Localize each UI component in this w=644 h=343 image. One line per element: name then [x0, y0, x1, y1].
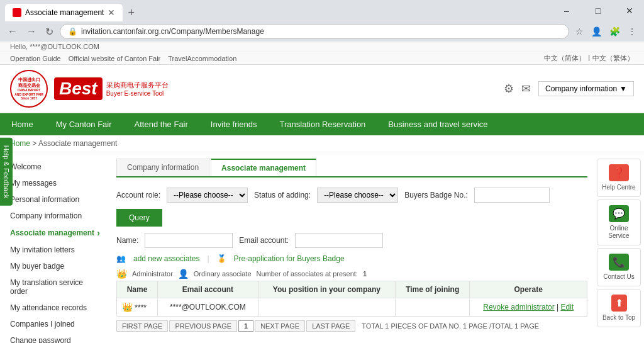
- status-select[interactable]: --Please choose--: [317, 188, 398, 203]
- more-icon[interactable]: ⋮: [625, 25, 639, 38]
- url-bar[interactable]: 🔒 invitation.cantonfair.org.cn/Company/M…: [60, 24, 569, 39]
- row-time: [396, 298, 470, 317]
- sidebar-item-change-pw[interactable]: Change password: [5, 332, 105, 343]
- nav-my-canton-fair[interactable]: My Canton Fair: [45, 113, 123, 135]
- last-page-btn[interactable]: LAST PAGE: [306, 320, 355, 332]
- extensions-icon[interactable]: 🧩: [607, 25, 623, 38]
- table-row: 👑 **** ****@OUTLOOK.COM Revoke administr…: [117, 298, 587, 317]
- operation-guide-link[interactable]: Operation Guide: [10, 55, 61, 62]
- bookmark-icon[interactable]: ☆: [573, 25, 586, 38]
- sidebar-label-attendance: My attendance records: [10, 303, 87, 312]
- travel-link[interactable]: TravelAccommodation: [168, 55, 236, 62]
- actions-separator: |: [207, 254, 209, 263]
- ordinary-label: Ordinary associate: [194, 270, 252, 278]
- col-position: You position in your company: [258, 281, 395, 298]
- minimize-button[interactable]: –: [552, 2, 581, 20]
- left-sidebar: Welcome My messages Personal information…: [0, 159, 110, 343]
- associate-count: 1: [363, 270, 367, 278]
- feedback-tab[interactable]: Help & Feedback: [0, 137, 13, 205]
- next-page-btn[interactable]: NEXT PAGE: [255, 320, 305, 332]
- back-to-top-btn[interactable]: ⬆ Back to Top: [597, 289, 641, 327]
- help-centre-btn[interactable]: ❓ Help Centre: [597, 159, 641, 197]
- nav-business-travel[interactable]: Business and travel service: [377, 113, 499, 135]
- refresh-button[interactable]: ↻: [43, 25, 56, 39]
- close-button[interactable]: ✕: [615, 2, 644, 20]
- lang-traditional-link[interactable]: 中文（繁体）: [592, 53, 634, 63]
- logo-cn-text: 中国进出口 商品交易会 CHINA IMPORT AND EXPORT FAIR…: [14, 77, 44, 101]
- contact-us-btn[interactable]: 📞 Contact Us: [597, 248, 641, 286]
- name-input[interactable]: [145, 233, 233, 248]
- current-page-btn[interactable]: 1: [238, 320, 253, 332]
- browser-tab[interactable]: Associate management ✕: [5, 4, 123, 21]
- add-associates-icon: 👥: [116, 254, 126, 263]
- mail-icon[interactable]: ✉: [521, 82, 531, 96]
- sidebar-label-invitation: My invitation letters: [10, 245, 75, 254]
- add-associates-link[interactable]: add new associates: [133, 254, 199, 263]
- row-email: ****@OUTLOOK.COM: [157, 298, 258, 317]
- sidebar-item-associate[interactable]: Associate management ›: [5, 224, 105, 242]
- back-button[interactable]: ←: [5, 25, 20, 38]
- sidebar-label-messages: My messages: [10, 179, 57, 188]
- prev-page-btn[interactable]: PREVIOUS PAGE: [169, 320, 237, 332]
- row-operate: Revoke administrator | Edit: [470, 298, 587, 317]
- lang-simplified-link[interactable]: 中文（简体）: [544, 53, 586, 63]
- settings-icon[interactable]: ⚙: [504, 82, 514, 96]
- sidebar-arrow-icon: ›: [97, 228, 100, 238]
- badge-input[interactable]: [474, 188, 550, 203]
- new-tab-button[interactable]: +: [123, 5, 140, 21]
- maximize-button[interactable]: □: [584, 2, 613, 20]
- tab-favicon: [13, 8, 21, 17]
- tab-company-info[interactable]: Company information: [116, 159, 209, 176]
- admin-label: Administrator: [132, 270, 173, 278]
- pre-application-link[interactable]: Pre-application for Buyers Badge: [234, 254, 345, 263]
- sidebar-item-buyer-badge[interactable]: My buyer badge: [5, 258, 105, 274]
- help-icon: ❓: [609, 164, 629, 181]
- sidebar-item-translation[interactable]: My translation service order: [5, 274, 105, 300]
- tab-bar: Company information Associate management: [116, 159, 587, 177]
- online-service-icon: 💬: [609, 205, 629, 222]
- revoke-admin-link[interactable]: Revoke administrator: [483, 303, 554, 312]
- edit-link[interactable]: Edit: [560, 303, 574, 312]
- sidebar-item-companies[interactable]: Companies I joined: [5, 316, 105, 332]
- content-area: Company information Associate management…: [110, 159, 594, 343]
- sidebar-item-personal[interactable]: Personal information: [5, 191, 105, 208]
- site-logo: 中国进出口 商品交易会 CHINA IMPORT AND EXPORT FAIR…: [10, 70, 169, 108]
- breadcrumb-home[interactable]: Home: [10, 139, 30, 148]
- legend-row: 👑 Administrator 👤 Ordinary associate Num…: [116, 267, 587, 281]
- first-page-btn[interactable]: FIRST PAGE: [116, 320, 168, 332]
- nav-attend-the-fair[interactable]: Attend the Fair: [123, 113, 199, 135]
- query-button[interactable]: Query: [116, 209, 162, 227]
- contact-us-icon: 📞: [609, 254, 629, 271]
- nav-translation[interactable]: Translation Reservation: [269, 113, 377, 135]
- top-info-bar: Operation Guide Official website of Cant…: [0, 52, 644, 65]
- account-role-label: Account role:: [116, 191, 160, 200]
- profile-icon[interactable]: 👤: [589, 25, 604, 38]
- account-role-select[interactable]: --Please choose--: [167, 188, 248, 203]
- sidebar-item-messages[interactable]: My messages: [5, 175, 105, 191]
- sidebar-item-company-info[interactable]: Company information: [5, 208, 105, 224]
- ssl-lock-icon: 🔒: [68, 27, 77, 36]
- sidebar-item-attendance[interactable]: My attendance records: [5, 300, 105, 316]
- online-service-btn[interactable]: 💬 Online Service: [597, 200, 641, 245]
- forward-button[interactable]: →: [24, 25, 39, 38]
- right-sidebar: ❓ Help Centre 💬 Online Service 📞 Contact…: [594, 159, 644, 343]
- sidebar-label-associate: Associate management: [10, 228, 94, 237]
- admin-icon: 👑: [116, 269, 127, 279]
- company-info-btn[interactable]: Company information ▼: [538, 81, 634, 96]
- official-website-link[interactable]: Official website of Canton Fair: [69, 55, 161, 62]
- sidebar-item-welcome[interactable]: Welcome: [5, 159, 105, 175]
- nav-home[interactable]: Home: [0, 113, 45, 135]
- email-input[interactable]: [295, 233, 383, 248]
- col-time: Time of joining: [396, 281, 470, 298]
- best-badge: Best: [54, 77, 103, 100]
- tab-associate-mgmt[interactable]: Associate management: [211, 159, 316, 176]
- header-tools: ⚙ ✉ Company information ▼: [504, 81, 634, 96]
- tab-associate-label: Associate management: [221, 164, 306, 172]
- tab-close-btn[interactable]: ✕: [108, 8, 115, 18]
- sidebar-label-translation: My translation service order: [10, 278, 100, 296]
- count-label: Number of associates at present:: [257, 270, 358, 278]
- nav-invite-friends[interactable]: Invite friends: [199, 113, 269, 135]
- best-tagline: 采购商电子服务平台: [106, 81, 169, 90]
- breadcrumb: Home > Associate management: [0, 135, 644, 152]
- sidebar-item-invitation[interactable]: My invitation letters: [5, 242, 105, 258]
